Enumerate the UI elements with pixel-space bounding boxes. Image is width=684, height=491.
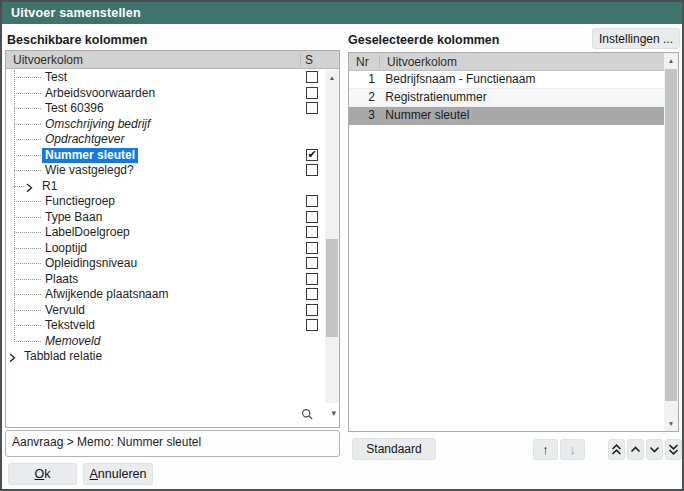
selected-columns-scrollbar[interactable]: ▲ ▼: [664, 53, 678, 431]
tree-connector-line: [14, 217, 41, 218]
row-checkbox[interactable]: [306, 304, 318, 316]
tree-item[interactable]: Plaats: [6, 272, 325, 288]
scrollbar-thumb[interactable]: [665, 69, 677, 401]
tree-item[interactable]: Type Baan: [6, 210, 325, 226]
scroll-down-icon[interactable]: ▼: [664, 420, 678, 427]
selected-column-row[interactable]: 1 Bedrijfsnaam - Functienaam: [349, 71, 664, 89]
scroll-up-icon[interactable]: ▲: [325, 74, 339, 81]
tree-item[interactable]: Afwijkende plaatsnaam: [6, 287, 325, 303]
tree-item-label: Afwijkende plaatsnaam: [42, 287, 171, 303]
tree-item-label: Test 60396: [42, 101, 107, 117]
tree-connector-line: [14, 279, 41, 280]
row-checkbox[interactable]: [306, 195, 318, 207]
selected-column-row[interactable]: 3 Nummer sleutel: [349, 107, 664, 125]
double-chevron-down-icon: [668, 443, 679, 456]
chevron-up-icon: [630, 443, 641, 456]
tree-item-label: R1: [39, 179, 60, 195]
ok-button[interactable]: Ok: [8, 463, 77, 485]
tree-item[interactable]: Opleidingsniveau: [6, 256, 325, 272]
tree-item-label: Type Baan: [42, 210, 105, 226]
search-dropdown-icon[interactable]: ▾: [331, 408, 336, 418]
available-columns-scrollbar[interactable]: ▲: [325, 70, 339, 403]
tree-item-label: Memoveld: [42, 334, 103, 350]
tree-item[interactable]: Arbeidsvoorwaarden: [6, 86, 325, 102]
move-to-bottom-button[interactable]: [665, 439, 682, 460]
tree-item[interactable]: Wie vastgelegd?: [6, 163, 325, 179]
column-divider: [300, 53, 301, 66]
tree-item-label: Looptijd: [42, 241, 90, 257]
row-checkbox[interactable]: [306, 226, 318, 238]
move-one-down-button[interactable]: [646, 439, 663, 460]
tree-connector-line: [14, 155, 41, 156]
tree-item[interactable]: Opdrachtgever: [6, 132, 325, 148]
column-header-s: S: [305, 53, 313, 67]
tree-connector-line: [14, 310, 41, 311]
tree-item-label: Plaats: [42, 272, 81, 288]
tree-connector-line: [14, 139, 41, 140]
row-checkbox[interactable]: [306, 242, 318, 254]
tree-item[interactable]: LabelDoelgroep: [6, 225, 325, 241]
move-up-button[interactable]: ↑: [533, 439, 558, 460]
column-header-uitvoerkolom: Uitvoerkolom: [13, 53, 83, 67]
tree-item-label: Tabblad relatie: [21, 349, 105, 365]
expand-chevron-icon[interactable]: [9, 352, 16, 366]
tree-connector-line: [14, 294, 41, 295]
cancel-button[interactable]: Annuleren: [83, 463, 153, 485]
available-columns-list: Test Arbeidsvoorwaarden Test 60396 Omsch…: [6, 70, 325, 427]
tree-item[interactable]: Looptijd: [6, 241, 325, 257]
row-checkbox[interactable]: [306, 164, 318, 176]
tree-item-label: LabelDoelgroep: [42, 225, 133, 241]
tree-item[interactable]: Vervuld: [6, 303, 325, 319]
row-label: Bedrijfsnaam - Functienaam: [378, 72, 535, 86]
move-to-top-button[interactable]: [608, 439, 625, 460]
tree-item[interactable]: Omschrijving bedrijf: [6, 117, 325, 133]
tree-item-label: Opdrachtgever: [42, 132, 127, 148]
row-checkbox[interactable]: [306, 87, 318, 99]
tree-item[interactable]: Test 60396: [6, 101, 325, 117]
tree-item[interactable]: Nummer sleutel: [6, 148, 325, 164]
scrollbar-thumb[interactable]: [326, 239, 338, 337]
row-checkbox[interactable]: [306, 71, 318, 83]
up-arrow-icon: ↑: [542, 442, 549, 457]
tree-item[interactable]: Test: [6, 70, 325, 86]
row-checkbox[interactable]: [306, 149, 318, 161]
selected-item-path: Aanvraag > Memo: Nummer sleutel: [5, 430, 340, 457]
row-checkbox[interactable]: [306, 257, 318, 269]
tree-item[interactable]: Tabblad relatie: [6, 349, 325, 365]
row-checkbox[interactable]: [306, 319, 318, 331]
selected-column-row[interactable]: 2 Registratienummer: [349, 89, 664, 107]
tree-item-label: Opleidingsniveau: [42, 256, 140, 272]
tree-item-label: Functiegroep: [42, 194, 118, 210]
tree-connector-line: [14, 263, 41, 264]
magnifier-icon[interactable]: [301, 408, 314, 421]
tree-connector-line: [14, 170, 41, 171]
status-text: Aanvraag > Memo: Nummer sleutel: [12, 435, 201, 449]
tree-connector-line: [14, 325, 41, 326]
titlebar[interactable]: Uitvoer samenstellen: [2, 2, 682, 24]
move-down-button[interactable]: ↓: [560, 439, 585, 460]
row-checkbox[interactable]: [306, 288, 318, 300]
list-search-control[interactable]: ▾: [301, 407, 337, 423]
standaard-button[interactable]: Standaard: [352, 438, 436, 460]
row-checkbox[interactable]: [306, 102, 318, 114]
dialog-uitvoer-samenstellen: Uitvoer samenstellen Beschikbare kolomme…: [0, 0, 684, 491]
available-columns-listbox: Uitvoerkolom S Test Arbeidsvoorwaarden: [5, 50, 340, 428]
tree-item[interactable]: R1: [6, 179, 325, 195]
selected-columns-header: Nr Uitvoerkolom: [349, 53, 664, 71]
tree-connector-line: [14, 341, 41, 342]
down-arrow-icon: ↓: [569, 442, 576, 457]
row-checkbox[interactable]: [306, 273, 318, 285]
move-one-up-button[interactable]: [627, 439, 644, 460]
tree-item-label: Arbeidsvoorwaarden: [42, 86, 158, 102]
settings-button[interactable]: Instellingen ...: [592, 28, 680, 49]
row-label: Registratienummer: [378, 90, 486, 104]
tree-item[interactable]: Functiegroep: [6, 194, 325, 210]
tree-item[interactable]: Tekstveld: [6, 318, 325, 334]
row-checkbox[interactable]: [306, 211, 318, 223]
tree-item[interactable]: Memoveld: [6, 334, 325, 350]
window-title: Uitvoer samenstellen: [11, 6, 141, 20]
scroll-up-icon[interactable]: ▲: [664, 57, 678, 64]
available-columns-label: Beschikbare kolommen: [7, 33, 147, 47]
tree-connector-line: [14, 201, 41, 202]
double-chevron-up-icon: [611, 443, 622, 456]
